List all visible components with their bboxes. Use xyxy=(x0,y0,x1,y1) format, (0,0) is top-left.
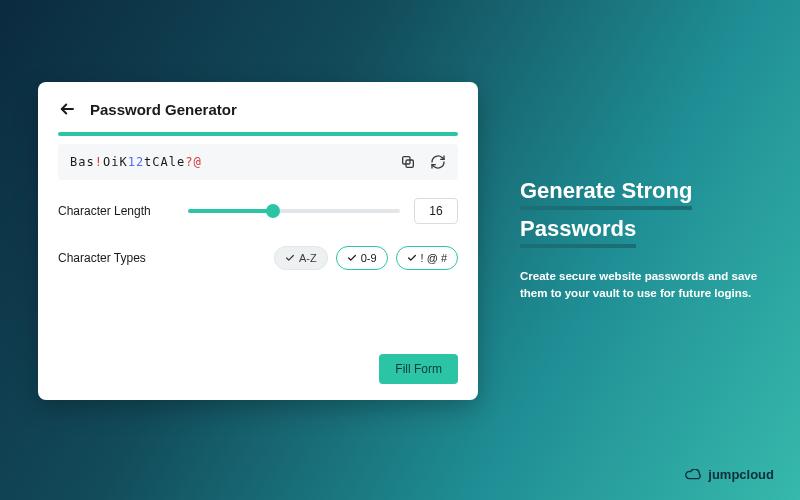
length-label: Character Length xyxy=(58,204,188,218)
type-chip-1[interactable]: 0-9 xyxy=(336,246,388,270)
type-chip-2[interactable]: ! @ # xyxy=(396,246,458,270)
cloud-icon xyxy=(684,469,702,481)
promo-subtitle: Create secure website passwords and save… xyxy=(520,268,770,301)
type-chip-label: A-Z xyxy=(299,252,317,264)
strength-bar xyxy=(58,132,458,136)
promo-title-line-2: Passwords xyxy=(520,216,636,248)
length-row: Character Length 16 xyxy=(58,198,458,224)
password-generator-card: Password Generator Bas!OiK12tCAle?@ Char… xyxy=(38,82,478,400)
length-slider[interactable] xyxy=(188,209,400,213)
password-actions xyxy=(400,154,446,170)
promo-title-line-1: Generate Strong xyxy=(520,178,692,210)
generated-password: Bas!OiK12tCAle?@ xyxy=(70,155,400,169)
slider-fill xyxy=(188,209,273,213)
card-footer: Fill Form xyxy=(58,354,458,384)
copy-icon[interactable] xyxy=(400,154,416,170)
length-controls: 16 xyxy=(188,198,458,224)
brand-name: jumpcloud xyxy=(708,467,774,482)
card-title: Password Generator xyxy=(90,101,237,118)
card-header: Password Generator xyxy=(58,100,458,118)
regenerate-icon[interactable] xyxy=(430,154,446,170)
back-arrow-icon[interactable] xyxy=(58,100,76,118)
length-value-box[interactable]: 16 xyxy=(414,198,458,224)
type-chip-0[interactable]: A-Z xyxy=(274,246,328,270)
slider-thumb[interactable] xyxy=(266,204,280,218)
password-display: Bas!OiK12tCAle?@ xyxy=(58,144,458,180)
fill-form-button[interactable]: Fill Form xyxy=(379,354,458,384)
type-chip-label: 0-9 xyxy=(361,252,377,264)
promo-text: Generate Strong Passwords Create secure … xyxy=(520,178,770,301)
brand-logo: jumpcloud xyxy=(684,467,774,482)
types-row: Character Types A-Z0-9! @ # xyxy=(58,246,458,270)
type-chips: A-Z0-9! @ # xyxy=(274,246,458,270)
types-label: Character Types xyxy=(58,251,188,265)
type-chip-label: ! @ # xyxy=(421,252,447,264)
